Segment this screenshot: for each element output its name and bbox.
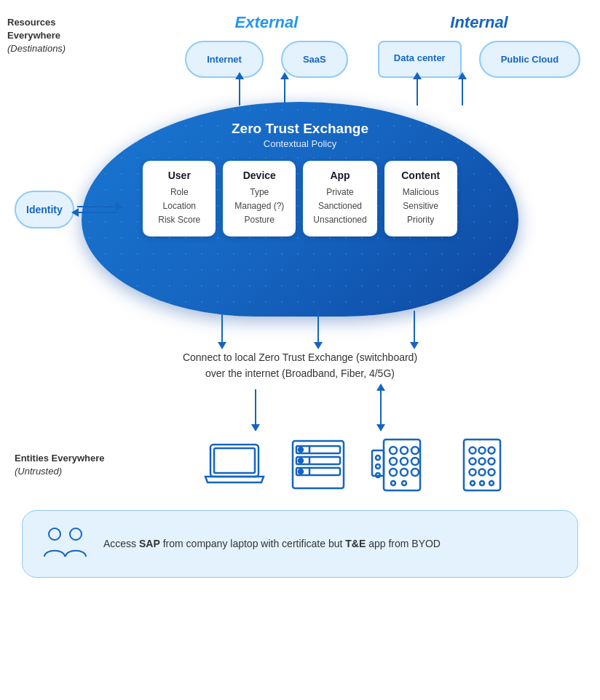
entities-title: Entities Everywhere [15, 453, 105, 464]
entities-icons [124, 436, 585, 494]
svg-point-41 [49, 528, 60, 540]
internet-label: Internet [207, 54, 242, 65]
svg-point-7 [299, 458, 303, 463]
svg-point-19 [390, 469, 397, 476]
svg-point-38 [470, 481, 475, 485]
svg-point-6 [299, 448, 303, 452]
public-cloud-box: Public Cloud [479, 41, 580, 78]
svg-point-31 [489, 447, 495, 453]
content-card-title: Content [395, 170, 447, 181]
user-policy-card: User Role Location Risk Score [143, 161, 216, 236]
svg-point-32 [470, 458, 476, 464]
content-policy-card: Content Malicious Sensitive Priority [384, 161, 457, 236]
server-cluster-icon [369, 436, 431, 494]
svg-rect-0 [210, 445, 258, 477]
bottom-note: Access SAP from company laptop with cert… [22, 510, 578, 578]
saas-label: SaaS [303, 54, 326, 65]
app-policy-card: App Private Sanctioned Unsanctioned [303, 161, 376, 236]
iot-device-icon [453, 436, 508, 494]
svg-point-35 [470, 469, 476, 475]
entities-label: Entities Everywhere (Untrusted) [15, 452, 117, 478]
svg-point-37 [489, 469, 495, 475]
device-card-title: Device [233, 170, 285, 181]
connect-text: Connect to local Zero Trust Exchange (sw… [110, 349, 490, 382]
svg-point-22 [391, 481, 395, 485]
svg-point-20 [400, 469, 408, 476]
svg-point-33 [479, 458, 486, 464]
svg-point-15 [411, 447, 419, 454]
resources-subtitle: (Destinations) [7, 43, 66, 54]
svg-point-16 [390, 458, 397, 465]
user-card-items: Role Location Risk Score [153, 186, 205, 228]
app-card-items: Private Sanctioned Unsanctioned [313, 186, 366, 228]
svg-point-25 [376, 456, 380, 460]
device-card-items: Type Managed (?) Posture [233, 186, 285, 228]
laptop-icon [202, 437, 267, 492]
svg-point-42 [70, 528, 82, 540]
svg-point-29 [470, 447, 476, 453]
svg-point-40 [489, 481, 494, 485]
app-card-title: App [313, 170, 366, 181]
resources-label: Resources Everywhere (Destinations) [7, 16, 102, 56]
svg-point-34 [489, 458, 495, 464]
content-card-items: Malicious Sensitive Priority [395, 186, 447, 228]
svg-point-39 [480, 481, 484, 485]
internal-label: Internal [450, 13, 508, 32]
svg-point-30 [479, 447, 486, 453]
user-card-title: User [153, 170, 205, 181]
zero-trust-cloud: Zero Trust Exchange Contextual Policy Us… [82, 102, 518, 317]
entities-subtitle: (Untrusted) [15, 466, 62, 477]
public-cloud-label: Public Cloud [501, 54, 558, 65]
resources-title: Resources Everywhere [7, 17, 60, 41]
identity-label: Identity [26, 204, 63, 215]
svg-point-36 [479, 469, 486, 475]
svg-point-13 [390, 447, 397, 454]
saas-cloud: SaaS [281, 41, 348, 78]
svg-point-18 [411, 458, 419, 465]
zero-trust-subtitle: Contextual Policy [264, 138, 336, 149]
svg-point-21 [411, 469, 419, 476]
svg-point-23 [402, 481, 406, 485]
factory-icon [289, 437, 347, 492]
people-icon [42, 524, 89, 564]
connect-text-line1: Connect to local Zero Trust Exchange (sw… [183, 351, 417, 363]
zero-trust-title: Zero Trust Exchange [232, 121, 368, 137]
svg-point-26 [376, 464, 380, 469]
svg-point-17 [400, 458, 408, 465]
policy-cards: User Role Location Risk Score Device Typ… [143, 161, 457, 236]
bottom-note-text: Access SAP from company laptop with cert… [103, 536, 441, 552]
device-policy-card: Device Type Managed (?) Posture [223, 161, 296, 236]
svg-rect-1 [214, 448, 255, 473]
entities-section: Entities Everywhere (Untrusted) [0, 429, 600, 501]
svg-point-8 [299, 469, 303, 474]
external-label: External [235, 13, 299, 32]
svg-point-14 [400, 447, 408, 454]
datacenter-label: Data center [394, 52, 446, 63]
internet-cloud: Internet [185, 41, 264, 78]
connect-text-line2: over the internet (Broadband, Fiber, 4/5… [205, 367, 395, 379]
diagram-container: Resources Everywhere (Destinations) Exte… [0, 0, 600, 592]
identity-section: Identity [15, 191, 74, 228]
identity-cloud: Identity [15, 191, 74, 228]
